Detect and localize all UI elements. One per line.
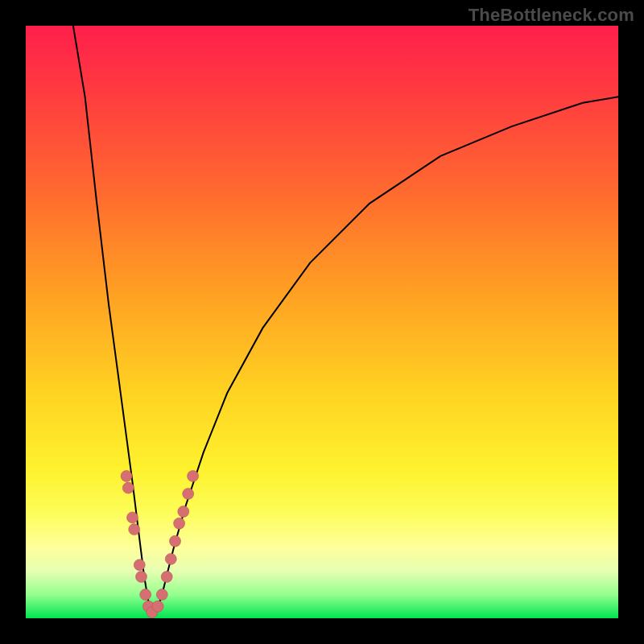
data-point: [161, 572, 172, 583]
data-point: [174, 518, 185, 529]
chart-svg: [26, 26, 618, 618]
plot-area: [26, 26, 618, 618]
data-point: [156, 589, 167, 601]
data-point: [136, 572, 147, 583]
data-point: [127, 512, 138, 523]
data-point: [183, 488, 194, 499]
data-point: [152, 601, 163, 612]
data-point: [134, 559, 145, 571]
chart-frame: TheBottleneck.com: [0, 0, 644, 644]
data-point: [170, 535, 181, 547]
right-cluster-dots: [152, 470, 199, 612]
data-point: [129, 524, 140, 535]
data-point: [122, 482, 134, 493]
bottleneck-curve: [73, 26, 618, 613]
data-point: [121, 470, 132, 481]
data-point: [188, 470, 199, 481]
watermark-text: TheBottleneck.com: [469, 5, 634, 26]
data-point: [178, 506, 189, 518]
data-point: [165, 553, 176, 564]
left-cluster-dots: [121, 470, 158, 617]
data-point: [140, 589, 151, 601]
